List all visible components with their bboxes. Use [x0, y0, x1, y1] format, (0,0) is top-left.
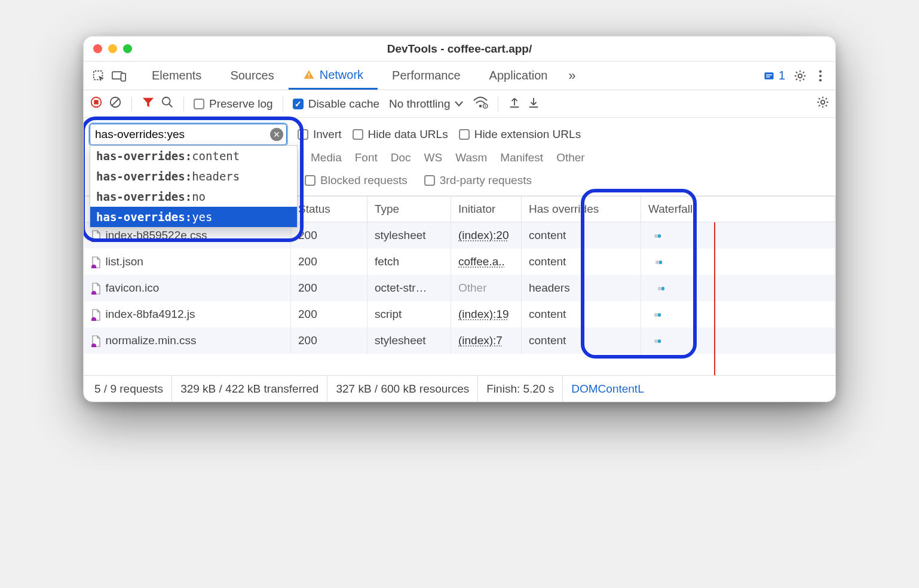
type-filter-doc[interactable]: Doc	[391, 151, 411, 164]
inspect-element-icon[interactable]	[88, 66, 109, 86]
tab-performance[interactable]: Performance	[378, 62, 475, 90]
autocomplete-option[interactable]: has-overrides:yes	[90, 207, 297, 227]
tab-network[interactable]: Network	[289, 62, 378, 90]
cell-waterfall	[641, 327, 835, 354]
kebab-menu-icon[interactable]	[810, 66, 831, 86]
svg-line-15	[803, 72, 804, 73]
cell-status: 200	[291, 249, 367, 275]
blocked-requests-checkbox[interactable]	[305, 175, 315, 186]
blocked-requests-toggle[interactable]: Blocked requests	[305, 174, 408, 187]
svg-point-8	[798, 74, 802, 77]
type-filter-wasm[interactable]: Wasm	[455, 151, 487, 164]
hide-ext-urls-checkbox[interactable]	[459, 129, 470, 140]
device-toolbar-icon[interactable]	[109, 66, 129, 86]
more-tabs-button[interactable]: »	[562, 66, 582, 86]
issues-button[interactable]: 1	[758, 69, 790, 82]
disable-cache-toggle[interactable]: Disable cache	[293, 97, 379, 111]
autocomplete-option[interactable]: has-overrides:headers	[90, 166, 297, 186]
type-filter-ws[interactable]: WS	[424, 151, 443, 164]
throttling-select[interactable]: No throttling	[385, 97, 467, 111]
filter-input[interactable]	[90, 124, 287, 145]
clear-button[interactable]	[109, 96, 122, 112]
col-type[interactable]: Type	[367, 197, 451, 222]
close-window-button[interactable]	[93, 44, 102, 53]
initiator-link[interactable]: coffee.a..	[458, 255, 505, 268]
hide-data-urls-checkbox[interactable]	[353, 129, 363, 140]
preserve-log-toggle[interactable]: Preserve log	[194, 97, 273, 111]
cell-initiator: (index):7	[451, 327, 522, 354]
svg-line-25	[169, 104, 173, 108]
status-finish: Finish: 5.20 s	[478, 376, 563, 402]
hide-data-urls-toggle[interactable]: Hide data URLs	[353, 128, 448, 141]
network-settings-gear-icon[interactable]	[816, 96, 829, 112]
col-status[interactable]: Status	[291, 197, 367, 222]
initiator-link[interactable]: (index):19	[458, 308, 509, 320]
network-toolbar: Preserve log Disable cache No throttling	[84, 90, 835, 118]
table-row[interactable]: normalize.min.css200stylesheet(index):7c…	[84, 327, 835, 354]
type-filter-other[interactable]: Other	[556, 151, 585, 164]
filter-autocomplete: has-overrides:contenthas-overrides:heade…	[90, 145, 298, 228]
devtools-window: DevTools - coffee-cart.app/ Elements Sou…	[83, 36, 836, 402]
cell-status: 200	[291, 301, 367, 327]
table-row[interactable]: index-8bfa4912.js200script(index):19cont…	[84, 301, 835, 327]
svg-rect-5	[764, 72, 773, 79]
hide-ext-urls-label: Hide extension URLs	[474, 128, 581, 141]
type-filter-manifest[interactable]: Manifest	[500, 151, 543, 164]
clear-filter-icon[interactable]: ✕	[270, 128, 283, 141]
col-waterfall[interactable]: Waterfall	[641, 197, 835, 222]
invert-checkbox[interactable]	[298, 129, 308, 140]
svg-point-17	[819, 70, 822, 72]
issues-count: 1	[779, 69, 785, 82]
col-initiator[interactable]: Initiator	[451, 197, 522, 222]
disable-cache-checkbox[interactable]	[293, 99, 304, 109]
svg-line-38	[826, 98, 827, 99]
cell-initiator: (index):19	[451, 301, 522, 327]
titlebar: DevTools - coffee-cart.app/	[84, 36, 835, 62]
status-bar: 5 / 9 requests 329 kB / 422 kB transferr…	[84, 375, 835, 402]
svg-line-23	[112, 99, 119, 106]
table-row[interactable]: favicon.ico200octet-str…Otherheaders	[84, 275, 835, 301]
search-icon[interactable]	[161, 96, 174, 112]
file-override-icon	[91, 256, 101, 268]
hide-ext-urls-toggle[interactable]: Hide extension URLs	[459, 128, 581, 141]
invert-toggle[interactable]: Invert	[298, 128, 342, 141]
svg-rect-4	[308, 76, 310, 78]
tab-elements[interactable]: Elements	[137, 62, 216, 90]
svg-point-28	[485, 105, 486, 106]
minimize-window-button[interactable]	[108, 44, 117, 53]
cell-type: stylesheet	[367, 222, 451, 249]
initiator-other: Other	[458, 281, 487, 294]
cell-has-overrides: content	[522, 222, 641, 249]
record-button[interactable]	[90, 96, 103, 112]
zoom-window-button[interactable]	[123, 44, 132, 53]
type-filter-font[interactable]: Font	[355, 151, 378, 164]
tab-sources[interactable]: Sources	[216, 62, 288, 90]
table-row[interactable]: list.json200fetchcoffee.a..content	[84, 249, 835, 275]
cell-status: 200	[291, 327, 367, 354]
network-conditions-icon[interactable]	[473, 96, 488, 112]
third-party-toggle[interactable]: 3rd-party requests	[424, 174, 532, 187]
svg-line-37	[826, 105, 827, 106]
third-party-checkbox[interactable]	[424, 175, 435, 186]
preserve-log-checkbox[interactable]	[194, 99, 204, 109]
initiator-link[interactable]: (index):7	[458, 334, 503, 347]
cell-name: favicon.ico	[84, 275, 291, 301]
tab-label: Sources	[230, 69, 274, 82]
tab-label: Performance	[392, 69, 461, 82]
blocked-requests-label: Blocked requests	[320, 174, 408, 187]
type-filter-media[interactable]: Media	[311, 151, 342, 164]
autocomplete-option[interactable]: has-overrides:no	[90, 186, 297, 207]
autocomplete-option[interactable]: has-overrides:content	[90, 146, 297, 166]
tab-application[interactable]: Application	[475, 62, 562, 90]
filter-icon[interactable]	[142, 96, 155, 111]
col-has-overrides[interactable]: Has overrides	[522, 197, 641, 222]
file-override-icon	[91, 283, 101, 295]
settings-gear-icon[interactable]	[790, 66, 810, 86]
status-transferred: 329 kB / 422 kB transferred	[172, 376, 327, 402]
cell-waterfall	[641, 301, 835, 327]
initiator-link[interactable]: (index):20	[458, 229, 509, 241]
upload-har-icon[interactable]	[508, 96, 521, 112]
svg-point-19	[819, 79, 822, 81]
download-har-icon[interactable]	[527, 96, 540, 112]
disable-cache-label: Disable cache	[308, 97, 379, 111]
